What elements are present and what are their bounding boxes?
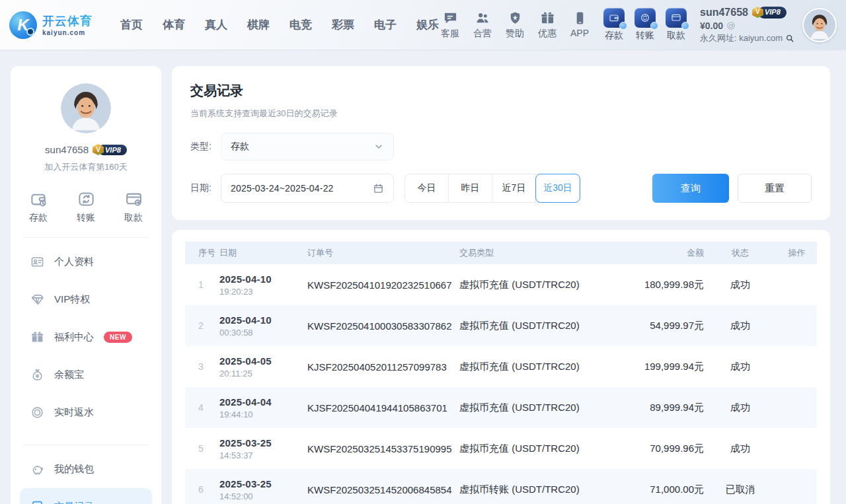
sidebar-quick-wallet-button[interactable]: 存款 [29, 190, 48, 224]
nav-item-彩票[interactable]: 彩票 [332, 17, 354, 32]
refresh-balance-icon[interactable] [726, 21, 736, 30]
reset-button[interactable]: 重置 [738, 174, 812, 203]
time-value: 14:53:37 [219, 450, 307, 460]
icon-nav-phone[interactable]: APP [570, 11, 589, 40]
sidebar-item-VIP特权[interactable]: VIP特权 [20, 281, 152, 318]
type-select[interactable]: 存款 [221, 133, 394, 161]
quick-date-近30日[interactable]: 近30日 [535, 174, 580, 203]
username[interactable]: sun47658 [700, 6, 748, 19]
cell-type: 虚拟币充值 (USDT/TRC20) [459, 387, 618, 428]
chat-icon [443, 11, 458, 26]
quick-date-昨日[interactable]: 昨日 [449, 174, 492, 202]
nav-item-真人[interactable]: 真人 [205, 17, 227, 32]
cell-order: KWSF202504100030583307862 [307, 305, 459, 346]
sidebar-item-label: 实时返水 [54, 406, 94, 419]
sidebar-item-福利中心[interactable]: 福利中心NEW [20, 318, 152, 356]
brand-logo[interactable]: K 开云体育 kaiyun.com [9, 11, 93, 39]
quick-card-button[interactable]: 取款 [666, 8, 687, 42]
nav-item-娱乐[interactable]: 娱乐 [416, 17, 439, 32]
type-label: 类型: [190, 141, 221, 153]
page-title: 交易记录 [190, 82, 812, 100]
top-navbar: K 开云体育 kaiyun.com 首页体育真人棋牌电竞彩票电子娱乐 客服合营赞… [0, 0, 846, 50]
time-value: 19:44:10 [219, 410, 307, 419]
main-content: 交易记录 当前系统支持查询最近30日的交易记录 类型: 存款 日期: 2025-… [172, 66, 830, 504]
sidebar-item-label: 我的钱包 [54, 463, 94, 476]
vip-gem-icon [30, 293, 44, 306]
icon-nav-gift[interactable]: 优惠 [538, 11, 557, 40]
col-header-操作: 操作 [777, 242, 817, 264]
sidebar: sun47658 V VIP8 加入开云体育第160天 存款转账取款 个人资料V… [11, 66, 161, 504]
transfer-icon [634, 8, 656, 28]
cell-type: 虚拟币充值 (USDT/TRC20) [459, 264, 618, 305]
join-days-text: 加入开云体育第160天 [20, 161, 152, 173]
sidebar-item-我的钱包[interactable]: 我的钱包 [20, 450, 152, 488]
cell-status: 成功 [704, 264, 777, 305]
partners-icon [475, 11, 490, 26]
profile-avatar[interactable] [61, 83, 111, 133]
wallet-icon [30, 190, 48, 208]
quick-date-近7日[interactable]: 近7日 [492, 174, 536, 202]
sidebar-item-label: 个人资料 [54, 256, 94, 268]
date-range-value: 2025-03-24~2025-04-22 [231, 183, 334, 194]
wallet-icon [603, 8, 625, 28]
sidebar-item-实时返水[interactable]: 实时返水 [20, 394, 152, 431]
sidebar-quick-label: 存款 [29, 212, 48, 224]
col-header-交易类型: 交易类型 [459, 242, 618, 264]
search-icon[interactable] [785, 34, 794, 43]
quick-date-今日[interactable]: 今日 [405, 174, 449, 202]
divider [22, 237, 149, 238]
table-row: 32025-04-0520:11:25KJSF20250405201125709… [185, 346, 817, 387]
cell-status: 成功 [704, 387, 777, 428]
quick-wallet-button[interactable]: 存款 [603, 8, 625, 42]
quick-date-group: 今日昨日近7日近30日 [404, 174, 580, 203]
sidebar-quick-label: 转账 [77, 212, 95, 224]
user-avatar[interactable] [802, 8, 837, 42]
brand-domain: kaiyun.com [42, 29, 93, 36]
cell-date: 2025-04-1000:30:58 [219, 305, 307, 346]
gift-icon [540, 11, 555, 26]
nav-item-体育[interactable]: 体育 [163, 17, 185, 32]
icon-nav-partners[interactable]: 合营 [473, 11, 492, 40]
nav-item-电子[interactable]: 电子 [374, 17, 397, 32]
table-row: 62025-03-2514:52:00KWSF20250325145200684… [185, 469, 817, 504]
sidebar-item-个人资料[interactable]: 个人资料 [20, 243, 152, 281]
sidebar-item-余额宝[interactable]: 余额宝 [20, 356, 152, 394]
table-header-row: 序号日期订单号交易类型金额状态操作 [185, 242, 817, 264]
quick-transfer-button[interactable]: 转账 [634, 8, 656, 42]
gift-icon [30, 330, 44, 344]
nav-item-电竞[interactable]: 电竞 [289, 17, 312, 32]
date-range-input[interactable]: 2025-03-24~2025-04-22 [221, 174, 394, 203]
table-row: 42025-04-0419:44:10KJSF20250404194410586… [185, 387, 817, 428]
nav-item-棋牌[interactable]: 棋牌 [247, 17, 270, 32]
phone-icon [572, 11, 588, 26]
query-button[interactable]: 查询 [652, 174, 729, 203]
cell-status: 已取消 [704, 469, 777, 504]
col-header-状态: 状态 [704, 242, 777, 264]
sidebar-quick-card-button[interactable]: 取款 [124, 190, 143, 224]
sidebar-quick-transfer-button[interactable]: 转账 [77, 190, 95, 224]
col-header-订单号: 订单号 [307, 242, 459, 264]
nav-item-首页[interactable]: 首页 [120, 17, 143, 32]
time-value: 19:20:23 [219, 287, 307, 297]
cell-type: 虚拟币充值 (USDT/TRC20) [459, 428, 618, 469]
icon-nav-label: 客服 [441, 28, 459, 40]
cell-action [777, 428, 817, 469]
table-row: 12025-04-1019:20:23KWSF20250410192023251… [185, 264, 817, 305]
cell-status: 成功 [704, 346, 777, 387]
time-value: 20:11:25 [219, 369, 307, 378]
cell-date: 2025-04-1019:20:23 [219, 264, 307, 305]
sidebar-item-交易记录[interactable]: 交易记录 [20, 488, 152, 504]
sponsor-icon [508, 11, 523, 26]
icon-nav: 客服合营赞助优惠APP [441, 11, 589, 40]
time-value: 14:52:00 [219, 491, 307, 501]
cell-order: KJSF202504052011257099783 [307, 346, 459, 387]
icon-nav-label: 合营 [473, 28, 492, 40]
icon-nav-sponsor[interactable]: 赞助 [506, 11, 524, 40]
main-nav: 首页体育真人棋牌电竞彩票电子娱乐 [120, 17, 439, 32]
calendar-icon [373, 183, 384, 194]
sidebar-wallet-menu: 我的钱包交易记录 [20, 450, 152, 504]
sidebar-vip-badge: V VIP8 [93, 144, 127, 155]
date-value: 2025-04-10 [219, 273, 307, 285]
cell-amount: 89,999.94元 [618, 387, 704, 428]
icon-nav-chat[interactable]: 客服 [441, 11, 459, 40]
